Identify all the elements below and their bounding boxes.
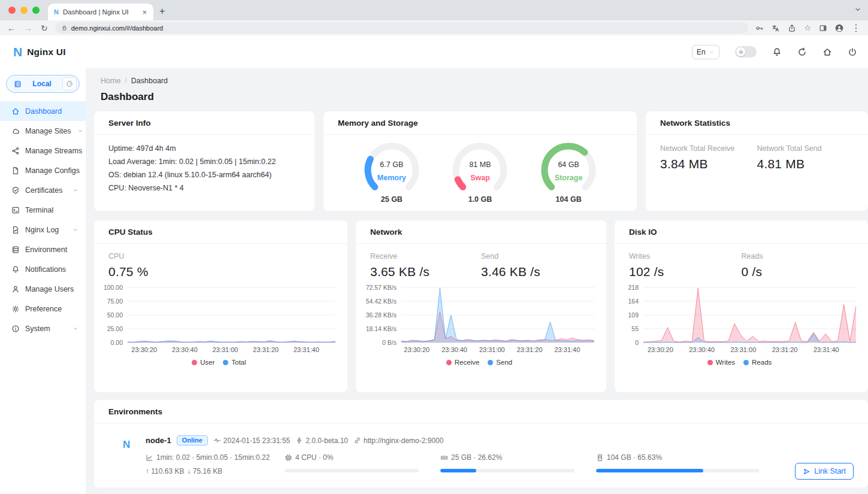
- legend-item-receive[interactable]: Receive: [446, 359, 480, 366]
- legend-item-total[interactable]: Total: [223, 359, 246, 366]
- reload-button[interactable]: ↻: [41, 23, 48, 33]
- password-key-icon[interactable]: [755, 24, 764, 32]
- link-start-button[interactable]: Link Start: [795, 463, 854, 480]
- browser-tab[interactable]: N Dashboard | Nginx UI ×: [48, 4, 153, 20]
- node-storage-text: 104 GB · 65.63%: [607, 453, 662, 462]
- lock-icon: [61, 25, 68, 31]
- x-axis-tick: 23:30:20: [131, 346, 157, 353]
- stat-label: Network Total Send: [757, 144, 854, 153]
- sidebar-item-terminal[interactable]: Terminal: [0, 200, 86, 220]
- gauge-value: 81 MB: [450, 160, 510, 169]
- chart-plot-area: [128, 287, 335, 343]
- sidebar-item-label: Notifications: [25, 265, 80, 274]
- y-axis-tick: 55: [631, 325, 639, 332]
- tab-close-icon[interactable]: ×: [140, 8, 149, 17]
- theme-toggle[interactable]: [735, 46, 757, 57]
- stat-value: 3.84 MB: [660, 157, 757, 171]
- window-controls[interactable]: [0, 0, 48, 20]
- gauge-value: 6.7 GB: [362, 160, 422, 169]
- x-axis-tick: 23:31:20: [772, 346, 798, 353]
- y-axis-tick: 109: [628, 311, 639, 319]
- latency-button[interactable]: [62, 77, 77, 90]
- sidebar-item-dashboard[interactable]: Dashboard: [0, 101, 86, 121]
- card-title: Network: [356, 220, 606, 244]
- url-text: demo.nginxui.com/#/dashboard: [71, 25, 163, 32]
- address-bar[interactable]: demo.nginxui.com/#/dashboard: [55, 22, 749, 34]
- notifications-bell-icon[interactable]: [772, 47, 782, 57]
- legend-label: Receive: [455, 359, 480, 366]
- minimize-window-button[interactable]: [20, 7, 28, 14]
- x-axis-tick: 23:31:00: [730, 346, 756, 353]
- back-button[interactable]: ←: [7, 23, 16, 33]
- legend-dot: [223, 360, 228, 365]
- swap-gauge: 81 MB Swap 1.0 GB: [450, 140, 510, 204]
- environment-selector[interactable]: Local: [6, 75, 80, 93]
- maximize-window-button[interactable]: [32, 7, 40, 14]
- y-axis-tick: 75.00: [107, 298, 123, 305]
- sidebar-item-manage-users[interactable]: Manage Users: [0, 279, 86, 299]
- sidebar-item-certificates[interactable]: Certificates: [0, 180, 86, 200]
- chevron-down-icon: [71, 326, 80, 332]
- file-chart-icon: [11, 226, 20, 234]
- side-panel-icon[interactable]: [819, 24, 827, 32]
- chevron-down-icon: [71, 187, 80, 193]
- translate-icon[interactable]: [772, 24, 780, 32]
- node-cpu-text: 4 CPU · 0%: [295, 453, 333, 462]
- legend-item-writes[interactable]: Writes: [707, 359, 735, 366]
- legend-item-reads[interactable]: Reads: [743, 359, 772, 366]
- legend-item-send[interactable]: Send: [488, 359, 512, 366]
- nginx-ui-logo-icon: N: [13, 45, 22, 59]
- x-axis-tick: 23:31:00: [479, 346, 505, 353]
- restart-icon[interactable]: [797, 47, 807, 57]
- home-icon: [11, 107, 20, 116]
- node-url[interactable]: http://nginx-demo-2:9000: [364, 437, 443, 445]
- sidebar-item-manage-streams[interactable]: Manage Streams: [0, 141, 86, 160]
- sidebar-item-manage-sites[interactable]: Manage Sites: [0, 121, 86, 141]
- language-select[interactable]: En: [692, 45, 719, 59]
- database-icon: [11, 246, 20, 254]
- sidebar-item-preference[interactable]: Preference: [0, 299, 86, 319]
- x-axis-tick: 23:31:20: [253, 346, 279, 353]
- legend-dot: [707, 360, 713, 365]
- gauge-total: 25 GB: [362, 195, 422, 204]
- power-icon[interactable]: [848, 47, 857, 57]
- environment-selector-label: Local: [25, 80, 59, 88]
- sidebar-item-notifications[interactable]: Notifications: [0, 259, 86, 279]
- tab-search-chevron-icon[interactable]: [854, 5, 862, 14]
- paper-plane-icon: [803, 468, 810, 475]
- card-title: Disk IO: [615, 220, 868, 244]
- sidebar-item-system[interactable]: System: [0, 319, 86, 338]
- legend-item-user[interactable]: User: [192, 359, 214, 366]
- home-icon[interactable]: [822, 47, 832, 57]
- favicon: N: [54, 8, 59, 16]
- chart-plot-area: [643, 287, 856, 343]
- sidebar-item-nginx-log[interactable]: Nginx Log: [0, 220, 86, 240]
- sidebar-item-label: Terminal: [25, 206, 80, 214]
- legend-label: Total: [231, 359, 246, 366]
- breadcrumb-home-link[interactable]: Home: [101, 77, 120, 85]
- memory-progress-bar: [440, 469, 574, 472]
- x-axis-tick: 23:31:00: [213, 346, 238, 353]
- sidebar-item-environment[interactable]: Environment: [0, 240, 86, 259]
- new-tab-button[interactable]: +: [153, 6, 172, 20]
- legend-label: User: [200, 359, 214, 366]
- shield-icon: [11, 186, 20, 195]
- profile-avatar[interactable]: [835, 24, 843, 32]
- browser-menu-icon[interactable]: ⋮: [851, 22, 861, 34]
- stat-label: Writes: [629, 252, 742, 260]
- sidebar-item-manage-configs[interactable]: Manage Configs: [0, 160, 86, 180]
- bookmark-star-icon[interactable]: ☆: [804, 24, 811, 32]
- chart-line-icon: [146, 454, 153, 462]
- app-title: Nginx UI: [27, 47, 65, 57]
- card-title: CPU Status: [94, 220, 347, 244]
- share-icon[interactable]: [788, 24, 796, 32]
- gauge-value: 64 GB: [539, 160, 598, 169]
- legend-label: Writes: [716, 359, 735, 366]
- y-axis-tick: 50.00: [107, 311, 123, 319]
- close-window-button[interactable]: [8, 7, 16, 14]
- y-axis-tick: 100.00: [104, 284, 123, 291]
- gauge-total: 1.0 GB: [450, 195, 510, 204]
- legend-dot: [446, 360, 452, 365]
- y-axis-tick: 0 B/s: [382, 339, 397, 346]
- share-nodes-icon: [11, 147, 20, 155]
